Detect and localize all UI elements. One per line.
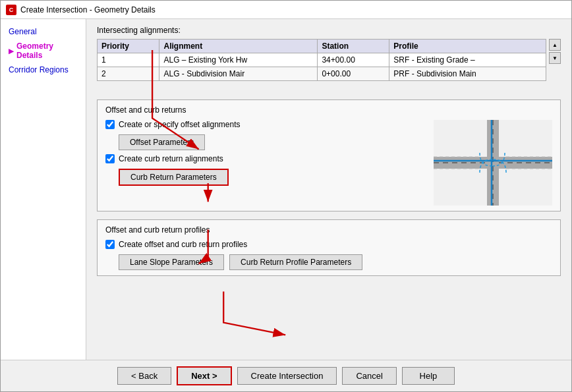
- profiles-title: Offset and curb return profiles: [105, 225, 552, 235]
- general-label: General: [9, 27, 37, 36]
- intersection-diagram: [434, 120, 552, 206]
- row1-priority: 1: [98, 53, 159, 67]
- create-offset-row: Create or specify offset alignments: [105, 120, 426, 129]
- create-curb-label: Create curb return alignments: [119, 154, 223, 163]
- table-row[interactable]: 2 ALG - Subdivision Mair 0+00.00 PRF - S…: [98, 67, 546, 81]
- offset-curb-title: Offset and curb returns: [105, 105, 552, 115]
- back-button[interactable]: < Back: [117, 367, 171, 385]
- col-profile: Profile: [389, 40, 546, 53]
- create-curb-row: Create curb return alignments: [105, 154, 426, 163]
- next-button[interactable]: Next >: [177, 366, 231, 385]
- curb-return-parameters-button[interactable]: Curb Return Parameters: [119, 169, 229, 186]
- create-curb-checkbox[interactable]: [105, 154, 115, 163]
- app-icon: C: [6, 5, 16, 15]
- geometry-details-label: Geometry Details: [16, 42, 78, 60]
- offset-curb-section: Offset and curb returns Create or specif…: [97, 99, 561, 211]
- col-station: Station: [318, 40, 389, 53]
- row2-alignment: ALG - Subdivision Mair: [159, 67, 318, 81]
- create-profiles-label: Create offset and curb return profiles: [119, 240, 247, 249]
- help-button[interactable]: Help: [402, 367, 455, 385]
- scroll-up-button[interactable]: ▲: [549, 39, 561, 51]
- table-row[interactable]: 1 ALG – Existing York Hw 34+00.00 SRF - …: [98, 53, 546, 67]
- profiles-btn-row: Lane Slope Parameters Curb Return Profil…: [119, 254, 552, 270]
- diagram-svg: [434, 120, 552, 206]
- main-content: General ▶ Geometry Details Corridor Regi…: [1, 19, 571, 360]
- row2-station: 0+00.00: [318, 67, 389, 81]
- col-alignment: Alignment: [159, 40, 318, 53]
- active-arrow-icon: ▶: [9, 47, 14, 55]
- row1-alignment: ALG – Existing York Hw: [159, 53, 318, 67]
- create-profiles-row: Create offset and curb return profiles: [105, 240, 552, 249]
- window-title: Create Intersection - Geometry Details: [20, 5, 156, 14]
- create-offset-label: Create or specify offset alignments: [119, 120, 241, 129]
- offset-params-row: Offset Parameters: [119, 134, 426, 150]
- col-priority: Priority: [98, 40, 159, 53]
- curb-return-profile-parameters-button[interactable]: Curb Return Profile Parameters: [229, 254, 362, 270]
- title-bar: C Create Intersection - Geometry Details: [1, 1, 571, 19]
- section-left: Create or specify offset alignments Offs…: [105, 120, 426, 190]
- main-window: C Create Intersection - Geometry Details…: [0, 0, 572, 392]
- intersecting-label: Intersecting alignments:: [97, 26, 561, 35]
- alignments-table: Priority Alignment Station Profile 1 ALG…: [97, 39, 546, 81]
- create-intersection-button[interactable]: Create Intersection: [237, 367, 337, 385]
- profiles-section: Offset and curb return profiles Create o…: [97, 219, 561, 276]
- sidebar: General ▶ Geometry Details Corridor Regi…: [1, 19, 86, 360]
- sidebar-item-corridor-regions[interactable]: Corridor Regions: [1, 63, 86, 77]
- offset-parameters-button[interactable]: Offset Parameters: [119, 134, 205, 150]
- sidebar-item-general[interactable]: General: [1, 24, 86, 39]
- row2-priority: 2: [98, 67, 159, 81]
- row2-profile: PRF - Subdivision Main: [389, 67, 546, 81]
- create-offset-checkbox[interactable]: [105, 120, 115, 129]
- lane-slope-parameters-button[interactable]: Lane Slope Parameters: [119, 254, 224, 270]
- create-profiles-checkbox[interactable]: [105, 240, 115, 249]
- sidebar-item-geometry-details[interactable]: ▶ Geometry Details: [1, 39, 86, 63]
- scroll-down-button[interactable]: ▼: [549, 52, 561, 64]
- footer: < Back Next > Create Intersection Cancel…: [1, 360, 571, 391]
- curb-return-row: Curb Return Parameters: [119, 169, 426, 186]
- section-with-diagram: Create or specify offset alignments Offs…: [105, 120, 552, 206]
- right-panel: Intersecting alignments: Priority Alignm…: [86, 19, 571, 360]
- corridor-regions-label: Corridor Regions: [9, 65, 69, 74]
- row1-station: 34+00.00: [318, 53, 389, 67]
- table-scroll-controls: ▲ ▼: [549, 39, 561, 64]
- table-container: Priority Alignment Station Profile 1 ALG…: [97, 39, 561, 90]
- row1-profile: SRF - Existing Grade –: [389, 53, 546, 67]
- cancel-button[interactable]: Cancel: [342, 367, 396, 385]
